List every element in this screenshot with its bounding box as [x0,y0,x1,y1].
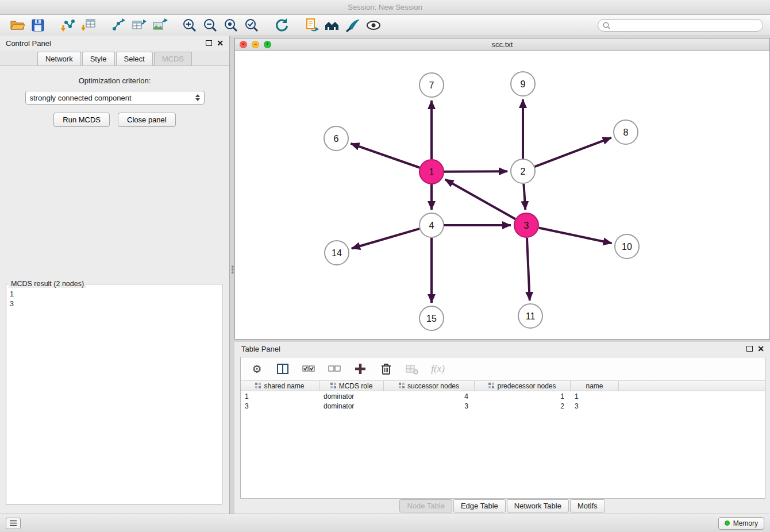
tab-style[interactable]: Style [82,52,115,65]
cell-predecessor-nodes[interactable]: 2 [475,401,571,411]
window-close-button[interactable]: × [240,41,247,48]
column-header-shared-name[interactable]: shared name [241,381,319,391]
tab-motifs[interactable]: Motifs [570,499,605,512]
graph-node-15[interactable]: 15 [419,306,444,330]
cell-shared-name[interactable]: 3 [241,401,319,411]
graph-node-1[interactable]: 1 [419,160,444,184]
tab-node-table[interactable]: Node Table [399,499,452,512]
table-panel: Table Panel ✕ ⚙ [234,342,770,514]
column-header-mcds-role[interactable]: MCDS role [319,381,384,391]
eye-icon [365,17,382,33]
column-header-successor-nodes[interactable]: successor nodes [384,381,475,391]
tab-network-table[interactable]: Network Table [507,499,569,512]
close-panel-icon[interactable]: ✕ [217,39,224,47]
table-row[interactable]: 3 dominator 3 2 3 [241,401,765,411]
cell-successor-nodes[interactable]: 4 [384,391,475,401]
graph-edge-2-3[interactable] [523,184,525,210]
graph-node-14[interactable]: 14 [325,241,349,265]
column-header-name[interactable]: name [571,381,619,391]
graph-node-4[interactable]: 4 [419,213,444,237]
zoom-fit-button[interactable] [221,17,241,34]
table-row[interactable]: 1 dominator 4 1 1 [241,391,765,401]
attribute-icon [488,383,495,389]
close-panel-button[interactable]: Close panel [118,113,176,127]
cell-predecessor-nodes[interactable]: 1 [475,391,571,401]
tab-network[interactable]: Network [37,52,81,65]
criterion-dropdown[interactable]: strongly connected component [25,91,205,105]
svg-text:2: 2 [521,167,526,176]
table-settings-button[interactable]: ⚙ [249,361,265,377]
cell-successor-nodes[interactable]: 3 [384,401,475,411]
cell-shared-name[interactable]: 1 [241,391,319,401]
optimization-criterion-label: Optimization criterion: [0,76,229,85]
memory-button[interactable]: Memory [718,517,764,530]
import-network-button[interactable] [57,17,78,34]
show-columns-button[interactable] [275,361,291,377]
function-builder-button: f(x) [430,361,446,377]
export-image-button[interactable] [149,17,170,34]
save-session-button[interactable] [28,17,48,34]
graph-node-6[interactable]: 6 [324,126,348,151]
cell-name[interactable]: 1 [571,391,619,401]
search-box[interactable] [598,19,763,32]
clone-network-button[interactable] [301,17,322,34]
cell-name[interactable]: 3 [571,401,619,411]
style-brush-button[interactable] [342,17,363,34]
float-panel-icon[interactable] [206,40,212,46]
graph-node-11[interactable]: 11 [518,304,542,328]
create-column-button[interactable] [352,361,368,377]
export-network-icon [110,17,126,33]
window-minimize-button[interactable]: − [252,41,259,48]
graph-edge-3-1[interactable] [445,179,515,219]
graph-edge-3-11[interactable] [527,238,530,300]
graph-edge-1-2[interactable] [444,171,507,172]
graph-edge-1-6[interactable] [351,144,419,168]
network-overview-button[interactable] [322,17,342,34]
graph-edge-2-8[interactable] [535,138,611,167]
vertical-splitter[interactable]: ●●● [230,36,234,514]
graph-edge-3-10[interactable] [539,228,612,244]
column-header-predecessor-nodes[interactable]: predecessor nodes [475,381,571,391]
open-folder-icon [9,17,25,33]
dropdown-stepper-icon [195,94,200,101]
memory-status-icon [725,521,730,526]
zoom-selected-button[interactable] [241,17,262,34]
search-input[interactable] [613,21,758,29]
cell-mcds-role[interactable]: dominator [319,401,384,411]
graph-node-7[interactable]: 7 [419,73,444,97]
deselect-all-columns-button[interactable] [326,361,342,377]
close-table-panel-icon[interactable]: ✕ [757,345,764,353]
delete-column-button[interactable] [378,361,394,377]
float-table-panel-icon[interactable] [746,346,753,352]
refresh-view-button[interactable] [271,17,292,34]
open-session-button[interactable] [7,17,28,34]
tab-mcds[interactable]: MCDS [154,52,192,65]
svg-text:11: 11 [526,311,536,321]
task-history-button[interactable] [6,518,21,529]
show-graphics-button[interactable] [363,17,384,34]
network-canvas[interactable]: 7968124314101511 [235,51,769,338]
export-table-button[interactable] [129,17,149,34]
zoom-out-button[interactable] [200,17,221,34]
window-zoom-button[interactable]: + [264,41,271,48]
tab-edge-table[interactable]: Edge Table [453,499,506,512]
graph-node-2[interactable]: 2 [511,159,535,183]
graph-edge-4-14[interactable] [352,229,419,248]
attribute-icon [255,383,261,389]
run-mcds-button[interactable]: Run MCDS [53,113,110,127]
graph-node-8[interactable]: 8 [614,120,638,144]
select-all-columns-button[interactable] [301,361,317,377]
graph-node-10[interactable]: 10 [615,234,639,259]
svg-text:14: 14 [332,248,342,258]
export-network-button[interactable] [108,17,129,34]
import-table-icon [80,17,97,33]
svg-text:7: 7 [429,80,434,90]
columns-icon [276,362,290,376]
graph-node-3[interactable]: 3 [514,213,538,237]
cell-mcds-role[interactable]: dominator [319,391,384,401]
import-table-button[interactable] [78,17,99,34]
network-graph[interactable]: 7968124314101511 [235,51,769,338]
graph-node-9[interactable]: 9 [511,72,535,96]
tab-select[interactable]: Select [116,52,153,65]
zoom-in-button[interactable] [179,17,200,34]
